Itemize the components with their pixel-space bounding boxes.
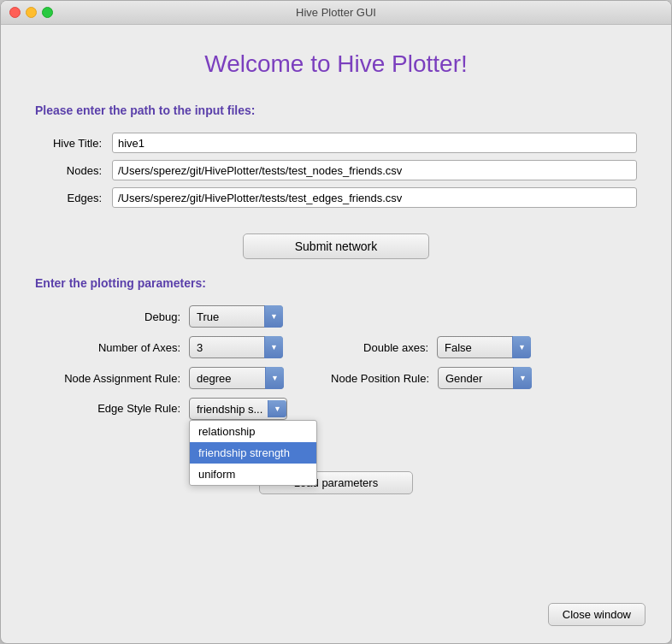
node-assign-select-wrapper: degree betweenness closeness — [189, 367, 284, 389]
node-row: Node Assignment Rule: degree betweenness… — [44, 367, 637, 389]
edge-style-dropdown-button[interactable]: friendship s... ▼ — [189, 398, 287, 420]
hive-title-input[interactable] — [112, 133, 637, 153]
page-title: Welcome to Hive Plotter! — [35, 50, 637, 78]
double-axes-label: Double axes: — [283, 341, 437, 354]
double-axes-select-wrapper: False True — [437, 336, 531, 358]
node-assign-select[interactable]: degree betweenness closeness — [189, 367, 284, 389]
window-title: Hive Plotter GUI — [296, 6, 376, 19]
edges-row: Edges: — [35, 187, 637, 208]
dropdown-item-relationship[interactable]: relationship — [190, 421, 316, 442]
close-traffic-light[interactable] — [9, 7, 21, 18]
double-axes-select[interactable]: False True — [437, 336, 531, 358]
edge-style-selected-value: friendship s... — [197, 403, 262, 416]
input-files-section: Please enter the path to the input files… — [35, 103, 637, 208]
dropdown-item-friendship[interactable]: friendship strength — [190, 442, 316, 464]
content-area: Welcome to Hive Plotter! Please enter th… — [1, 25, 671, 520]
node-assign-label: Node Assignment Rule: — [44, 372, 189, 385]
debug-row: Debug: True False — [44, 305, 637, 328]
node-pos-select-wrapper: Gender Age degree — [438, 367, 532, 389]
edge-style-dropdown-container: friendship s... ▼ relationship friendshi… — [189, 398, 287, 420]
maximize-traffic-light[interactable] — [42, 7, 53, 18]
edge-style-row: Edge Style Rule: friendship s... ▼ relat… — [44, 398, 637, 420]
load-params-area: Load parameters — [35, 471, 637, 494]
num-axes-select-wrapper: 2 3 4 — [189, 336, 283, 358]
titlebar: Hive Plotter GUI — [1, 1, 671, 25]
edges-input[interactable] — [112, 187, 637, 208]
node-pos-select[interactable]: Gender Age degree — [438, 367, 532, 389]
main-window: Hive Plotter GUI Welcome to Hive Plotter… — [0, 0, 672, 644]
edges-label: Edges: — [35, 192, 112, 204]
nodes-input[interactable] — [112, 160, 637, 180]
edge-style-label: Edge Style Rule: — [44, 398, 189, 420]
debug-select[interactable]: True False — [189, 305, 283, 328]
debug-select-wrapper: True False — [189, 305, 283, 328]
edge-style-dropdown-menu: relationship friendship strength uniform — [189, 420, 317, 486]
close-window-button[interactable]: Close window — [548, 603, 645, 626]
num-axes-label: Number of Axes: — [44, 341, 189, 354]
num-axes-select[interactable]: 2 3 4 — [189, 336, 283, 358]
params-section: Enter the plotting parameters: Debug: Tr… — [35, 276, 637, 420]
axes-row: Number of Axes: 2 3 4 Double axes: False… — [44, 336, 637, 358]
nodes-label: Nodes: — [35, 164, 112, 177]
minimize-traffic-light[interactable] — [26, 7, 37, 18]
debug-label: Debug: — [44, 310, 189, 323]
params-section-label: Enter the plotting parameters: — [35, 276, 637, 290]
submit-network-button[interactable]: Submit network — [243, 233, 429, 259]
traffic-lights — [9, 7, 53, 18]
edge-style-arrow-icon: ▼ — [268, 400, 286, 417]
hive-title-row: Hive Title: — [35, 133, 637, 153]
nodes-row: Nodes: — [35, 160, 637, 180]
node-pos-label: Node Position Rule: — [284, 372, 438, 385]
hive-title-label: Hive Title: — [35, 137, 112, 150]
dropdown-item-uniform[interactable]: uniform — [190, 464, 316, 485]
input-section-label: Please enter the path to the input files… — [35, 103, 637, 117]
